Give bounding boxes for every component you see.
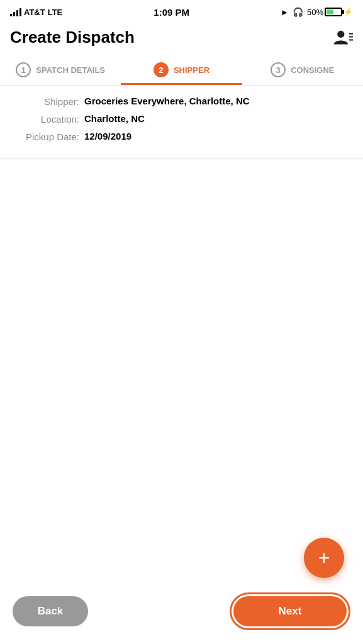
page-title: Create Dispatch [10, 28, 135, 47]
shipper-label: Shipper: [15, 96, 84, 107]
location-value: Charlotte, NC [84, 113, 348, 124]
network-label: LTE [48, 8, 63, 17]
battery-percent: 50% [307, 8, 323, 17]
battery-icon [325, 8, 342, 16]
tab-shipper[interactable]: 2 SHIPPER [121, 55, 242, 85]
next-button[interactable]: Next [233, 596, 347, 626]
tab-label-1: SPATCH DETAILS [36, 65, 105, 75]
svg-point-0 [337, 30, 344, 37]
header: Create Dispatch [0, 23, 363, 55]
bottom-action-bar: Back Next [0, 587, 363, 644]
status-right: ► 🎧 50% ⚡ [281, 7, 353, 17]
add-fab-button[interactable]: + [304, 538, 344, 578]
step-badge-2: 2 [154, 62, 169, 77]
tab-label-3: CONSIGNE [291, 65, 334, 75]
plus-icon: + [318, 548, 330, 568]
main-content-area [0, 159, 363, 568]
status-bar: AT&T LTE 1:09 PM ► 🎧 50% ⚡ [0, 0, 363, 23]
location-row: Location: Charlotte, NC [15, 113, 348, 125]
tab-dispatch-details[interactable]: 1 SPATCH DETAILS [0, 55, 121, 85]
svg-rect-3 [349, 39, 353, 40]
step-badge-3: 3 [271, 62, 286, 77]
svg-rect-1 [349, 33, 353, 34]
user-menu-button[interactable] [333, 29, 353, 47]
shipper-value: Groceries Everywhere, Charlotte, NC [84, 96, 348, 106]
headphones-icon: 🎧 [293, 7, 303, 17]
battery-indicator: 50% ⚡ [307, 8, 353, 17]
carrier-label: AT&T [24, 8, 45, 17]
pickup-date-label: Pickup Date: [15, 131, 84, 142]
location-icon: ► [281, 8, 289, 17]
signal-icon [10, 8, 21, 16]
pickup-date-value: 12/09/2019 [84, 131, 348, 142]
time-label: 1:09 PM [154, 7, 189, 18]
back-button[interactable]: Back [13, 596, 88, 626]
background-watermark [0, 159, 363, 568]
status-left: AT&T LTE [10, 8, 62, 17]
charging-icon: ⚡ [343, 8, 353, 16]
user-icon [333, 29, 353, 47]
shipper-form: Shipper: Groceries Everywhere, Charlotte… [0, 86, 363, 159]
pickup-date-row: Pickup Date: 12/09/2019 [15, 131, 348, 142]
tab-consignee[interactable]: 3 CONSIGNE [242, 55, 363, 85]
location-label: Location: [15, 113, 84, 125]
next-button-wrapper: Next [230, 592, 350, 630]
svg-rect-2 [349, 36, 353, 37]
step-badge-1: 1 [16, 62, 31, 77]
step-tabs: 1 SPATCH DETAILS 2 SHIPPER 3 CONSIGNE [0, 55, 363, 86]
tab-label-2: SHIPPER [174, 65, 209, 75]
shipper-row: Shipper: Groceries Everywhere, Charlotte… [15, 96, 348, 107]
